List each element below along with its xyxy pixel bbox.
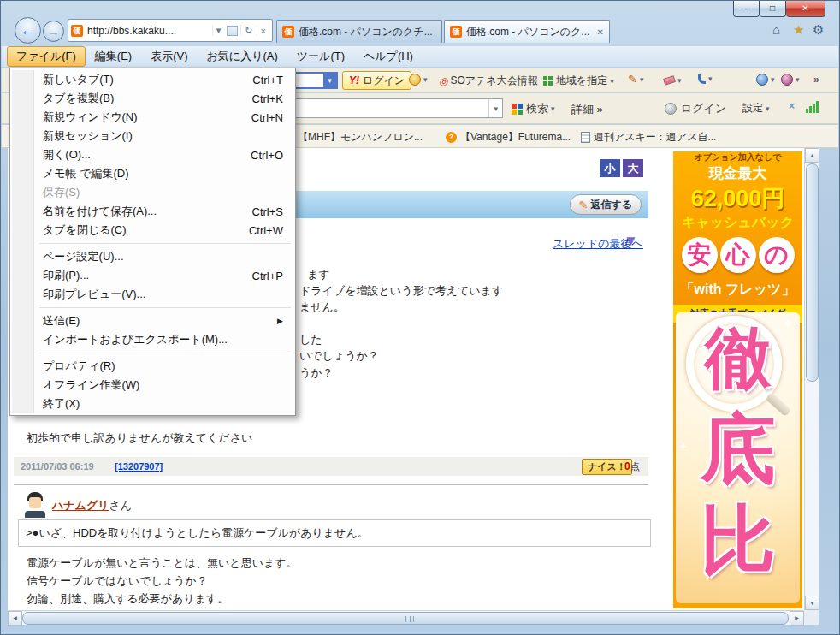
toolbar-settings-button[interactable]: 設定 ▾	[742, 101, 770, 116]
back-button[interactable]: ←	[15, 17, 41, 44]
ad-banner[interactable]: オプション加入なしで 現金最大 62,000円 キャッシュバック 安心の 「wi…	[673, 151, 802, 608]
highlight-pen-button[interactable]: ✎▾	[628, 73, 643, 86]
favorites-star-icon[interactable]: ★	[793, 22, 804, 38]
chevron-down-icon: ▾	[771, 75, 775, 84]
menu-help[interactable]: ヘルプ(H)	[354, 46, 423, 67]
settings-label: 設定	[742, 101, 763, 116]
vertical-scrollbar[interactable]: ▲ ▼	[804, 148, 819, 610]
refresh-icon[interactable]: ↻	[240, 25, 256, 36]
menu-item-duplicate-tab[interactable]: タブを複製(B)Ctrl+K	[12, 89, 293, 108]
horizontal-scroll-thumb[interactable]	[22, 612, 789, 625]
tab2-favicon: 価	[450, 26, 462, 38]
menu-item-send[interactable]: 送信(E)▶	[12, 312, 293, 330]
home-icon[interactable]: ⌂	[772, 22, 780, 37]
yahoo-login-button[interactable]: Y! ログイン	[342, 71, 411, 90]
tab-1[interactable]: 価 価格.com - パソコンのクチ...	[276, 20, 442, 43]
search-pinwheel-icon	[512, 104, 523, 115]
favorite-item-vantage[interactable]: ? 【Vantage】Futurema...	[446, 130, 571, 145]
post2-line: 勿論、別途、購入する必要があります。	[27, 591, 228, 607]
minimize-button[interactable]: —	[733, 1, 760, 17]
post2-author-line: ハナムグリさん	[52, 498, 132, 513]
ad-cashback-label: キャッシュバック	[673, 214, 802, 232]
scroll-right-button[interactable]: ▶	[790, 611, 804, 626]
menu-item-print[interactable]: 印刷(P)...Ctrl+P	[12, 266, 293, 285]
toolbar-overflow-chevrons[interactable]: »	[813, 74, 819, 86]
globe-red-button[interactable]: ▾	[781, 74, 800, 86]
sparkle-icon: ✦	[782, 314, 795, 333]
clip-button[interactable]: ▾	[698, 74, 713, 84]
favorite-item-ascii[interactable]: 週刊アスキー：週アス自...	[581, 130, 716, 145]
region-label: 地域を指定	[556, 74, 607, 88]
sparkle-icon: ✦	[679, 441, 688, 453]
font-size-small-button[interactable]: 小	[600, 159, 620, 177]
menu-item-print-preview[interactable]: 印刷プレビュー(V)...	[12, 285, 293, 304]
scroll-down-button[interactable]: ▼	[805, 596, 819, 610]
region-select-button[interactable]: 地域を指定 ▾	[543, 74, 614, 88]
menu-item-new-session[interactable]: 新規セッション(I)	[12, 127, 293, 145]
menu-item-properties[interactable]: プロパティ(R)	[12, 357, 293, 376]
address-bar[interactable]: 価 http://bbs.kakaku.... ▾ ↻ ×	[68, 19, 273, 42]
detail-link[interactable]: 詳細 »	[571, 102, 603, 117]
scroll-up-button[interactable]: ▲	[805, 148, 819, 163]
menu-item-import-export[interactable]: インポートおよびエクスポート(M)...	[12, 330, 293, 349]
menu-item-open[interactable]: 開く(O)...Ctrl+O	[12, 145, 293, 164]
toolbar-login-button[interactable]: ログイン	[665, 101, 726, 116]
tab-close-icon[interactable]: ✕	[593, 27, 604, 37]
search-history-dropdown-icon[interactable]: ▾	[488, 99, 502, 117]
globe-blue-button[interactable]: ▾	[756, 74, 775, 86]
close-button[interactable]: ✕	[786, 1, 825, 17]
menu-item-save-as[interactable]: 名前を付けて保存(A)...Ctrl+S	[12, 202, 293, 221]
hand-tool-button[interactable]: ▾	[409, 74, 428, 86]
yahoo-logo: Y!	[349, 74, 359, 86]
so-logo-icon: ◎	[439, 75, 447, 87]
forward-button[interactable]: →	[43, 21, 64, 42]
ad-big-char: 底	[676, 412, 800, 487]
menu-item-new-tab[interactable]: 新しいタブ(T)Ctrl+T	[12, 70, 293, 89]
favorite-label: 週刊アスキー：週アス自...	[594, 130, 716, 145]
compatibility-view-icon[interactable]	[227, 26, 238, 36]
back-arrow-icon: ←	[21, 22, 35, 39]
post1-text-fragment: ます	[307, 267, 330, 282]
nice-unit: 点	[630, 461, 640, 472]
menu-edit[interactable]: 編集(E)	[86, 46, 141, 67]
menu-separator	[39, 243, 291, 244]
favorite-item-mhf[interactable]: ? 【MHF】モンハンフロン...	[283, 130, 423, 145]
menu-item-new-window[interactable]: 新規ウィンドウ(N)Ctrl+N	[12, 108, 293, 127]
post1-id-link[interactable]: [13207907]	[115, 461, 163, 472]
reply-button[interactable]: ✎ 返信する	[570, 194, 642, 215]
chevron-down-icon: ▾	[610, 77, 614, 86]
url-text[interactable]: http://bbs.kakaku....	[87, 25, 212, 37]
font-size-large-button[interactable]: 大	[623, 159, 643, 177]
post1-text-fragment: ません。	[299, 300, 345, 315]
menu-item-close-tab[interactable]: タブを閉じる(C)Ctrl+W	[12, 221, 293, 240]
login-sphere-icon	[665, 103, 677, 115]
down-arrow-icon[interactable]: ▼	[624, 233, 638, 250]
menu-view[interactable]: 表示(V)	[141, 46, 197, 67]
menu-file[interactable]: ファイル(F)	[7, 46, 86, 67]
autocomplete-dropdown-icon[interactable]: ▾	[212, 25, 225, 36]
menu-tools[interactable]: ツール(T)	[287, 46, 354, 67]
so-info-link[interactable]: ◎ SOアテネ大会情報	[439, 74, 538, 88]
post1-text-fragment: いでしょうか？	[299, 348, 379, 364]
scroll-left-button[interactable]: ◀	[8, 611, 22, 626]
menu-item-work-offline[interactable]: オフライン作業(W)	[12, 376, 293, 395]
menu-item-exit[interactable]: 終了(X)	[12, 395, 293, 413]
post2-author-link[interactable]: ハナムグリ	[52, 499, 109, 512]
eraser-button[interactable]: ▾	[664, 76, 682, 85]
menu-bar: ファイル(F) 編集(E) 表示(V) お気に入り(A) ツール(T) ヘルプ(…	[2, 46, 838, 68]
toolbar-close-icon[interactable]: ×	[789, 100, 795, 112]
menu-item-page-setup[interactable]: ページ設定(U)...	[12, 247, 293, 266]
post1-text-fragment: うか？	[299, 365, 334, 381]
stop-icon[interactable]: ×	[257, 26, 269, 36]
chevron-down-icon: ▾	[677, 76, 682, 85]
yahoo-search-dropdown-icon[interactable]: ▾	[323, 74, 336, 87]
menu-item-edit-notepad[interactable]: メモ帳 で編集(D)	[12, 164, 293, 183]
horizontal-scrollbar[interactable]: ◀ ▶	[8, 610, 804, 625]
tools-gear-icon[interactable]: ⚙	[813, 22, 824, 38]
tab-2-active[interactable]: 価 価格.com - パソコンのク... ✕	[444, 20, 610, 43]
vertical-scroll-thumb[interactable]	[806, 163, 819, 382]
toolbar-search-button[interactable]: 検索 ▾	[512, 101, 555, 116]
menu-favorites[interactable]: お気に入り(A)	[198, 46, 287, 67]
maximize-button[interactable]: □	[760, 1, 786, 17]
scrollbar-corner	[804, 610, 819, 625]
